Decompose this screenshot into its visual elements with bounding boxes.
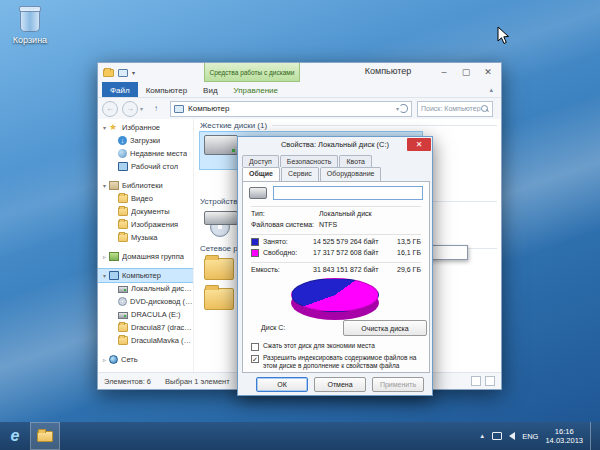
maximize-button[interactable]: ▢	[455, 63, 477, 81]
hidden-icons-chevron-icon[interactable]: ▲	[479, 433, 485, 439]
clock-time: 16:16	[545, 427, 583, 436]
dialog-title: Свойства: Локальный диск (C:)	[238, 140, 432, 149]
cancel-button[interactable]: Отмена	[314, 377, 366, 392]
index-checkbox[interactable]: ✓	[251, 355, 259, 363]
sidebar-item-libraries[interactable]: ▾ Библиотеки	[98, 179, 193, 192]
index-checkbox-row[interactable]: ✓ Разрешить индексировать содержимое фай…	[251, 354, 423, 370]
dvd-icon	[118, 297, 127, 306]
volume-tray-icon[interactable]	[509, 432, 515, 440]
sidebar-item-favorites[interactable]: ▾ ★ Избранное	[98, 121, 193, 134]
free-label: Свободно:	[263, 249, 297, 256]
sidebar-item-dracula-e[interactable]: DRACULA (E:)	[98, 308, 193, 321]
sidebar-item-dracula87-share[interactable]: Dracula87 (dracula-pc)	[98, 321, 193, 334]
ok-button[interactable]: ОК	[256, 377, 308, 392]
minimize-button[interactable]: –	[433, 63, 455, 81]
sidebar-item-dvd-d[interactable]: DVD-дисковод (D:) DRACULA	[98, 295, 193, 308]
forward-button[interactable]: →	[122, 101, 138, 117]
file-explorer-taskbar-icon[interactable]	[30, 422, 60, 450]
expander-icon[interactable]: ▾	[100, 124, 109, 131]
properties-qat-icon[interactable]	[118, 69, 128, 77]
network-tray-icon[interactable]	[492, 432, 502, 440]
documents-icon	[118, 207, 128, 216]
volume-name-input[interactable]	[273, 186, 423, 200]
shared-folder-icon	[204, 258, 234, 280]
sidebar-item-computer[interactable]: ▾ Компьютер	[98, 269, 193, 282]
recycle-bin-label: Корзина	[8, 35, 52, 45]
capacity-bytes: 31 843 151 872 байт	[313, 266, 378, 273]
sidebar-item-pictures[interactable]: Изображения	[98, 218, 193, 231]
sidebar-item-homegroup[interactable]: ▹ Домашняя группа	[98, 250, 193, 263]
sidebar-item-music[interactable]: Музыка	[98, 231, 193, 244]
tab-tools[interactable]: Сервис	[281, 167, 319, 181]
address-bar[interactable]: Компьютер ▾	[170, 101, 412, 117]
expander-icon[interactable]: ▹	[100, 253, 109, 260]
tab-general[interactable]: Общие	[242, 167, 280, 181]
tab-file[interactable]: Файл	[102, 82, 138, 97]
system-menu-icon[interactable]	[103, 69, 114, 77]
sidebar-item-local-disk-c[interactable]: Локальный диск (C:)	[98, 282, 193, 295]
disk-cleanup-button[interactable]: Очистка диска	[343, 320, 427, 336]
dvd-drive-icon	[204, 211, 238, 225]
thumbnails-view-icon[interactable]	[485, 376, 495, 386]
expander-icon[interactable]: ▹	[100, 356, 109, 363]
dialog-close-button[interactable]: ✕	[407, 138, 431, 151]
tab-quota[interactable]: Квота	[339, 155, 371, 167]
recent-places-icon	[118, 149, 127, 158]
hard-drive-icon	[204, 135, 238, 155]
internet-explorer-taskbar-icon[interactable]: e	[0, 422, 30, 450]
properties-dialog: Свойства: Локальный диск (C:) ✕ Доступ Б…	[237, 136, 433, 396]
compress-checkbox-row[interactable]: Сжать этот диск для экономии места	[251, 342, 423, 351]
close-button[interactable]: ✕	[477, 63, 499, 81]
explorer-titlebar: ▾ Средства работы с дисками Компьютер – …	[98, 63, 501, 82]
free-gb: 16,1 ГБ	[397, 249, 421, 256]
tab-security[interactable]: Безопасность	[280, 155, 339, 167]
search-input[interactable]	[421, 105, 481, 112]
mouse-cursor	[497, 26, 510, 45]
sidebar-item-videos[interactable]: Видео	[98, 192, 193, 205]
search-box[interactable]	[417, 101, 493, 117]
taskbar-clock[interactable]: 16:16 14.03.2013	[545, 427, 583, 445]
up-button[interactable]: ↑	[148, 101, 164, 116]
folder-icon	[37, 431, 53, 442]
filesystem-value: NTFS	[319, 221, 337, 228]
show-desktop-button[interactable]	[590, 422, 596, 450]
expander-icon[interactable]: ▾	[100, 182, 109, 189]
sidebar-item-draculamavka-share[interactable]: DraculaMavka (dracula-pc)	[98, 334, 193, 347]
tab-hardware[interactable]: Оборудование	[320, 167, 382, 181]
navigation-pane: ▾ ★ Избранное ↓ Загрузки Недавние места …	[98, 119, 194, 372]
refresh-icon[interactable]	[399, 104, 408, 113]
tab-sharing[interactable]: Доступ	[242, 155, 279, 167]
group-header-hard-disks[interactable]: Жесткие диски (1)	[200, 121, 497, 130]
tab-view[interactable]: Вид	[195, 82, 225, 97]
clock-date: 14.03.2013	[545, 436, 583, 445]
history-dropdown-icon[interactable]: ▾	[140, 105, 143, 112]
apply-button[interactable]: Применить	[372, 377, 424, 392]
system-tray: ▲ ENG 16:16 14.03.2013	[479, 422, 600, 450]
videos-icon	[118, 194, 128, 203]
sidebar-item-documents[interactable]: Документы	[98, 205, 193, 218]
compress-checkbox[interactable]	[251, 343, 259, 351]
expander-icon[interactable]: ▾	[100, 272, 109, 279]
tab-manage[interactable]: Управление	[226, 82, 286, 97]
recycle-bin[interactable]: Корзина	[8, 8, 52, 45]
qat-dropdown-icon[interactable]: ▾	[132, 69, 135, 76]
type-label: Тип:	[251, 210, 265, 217]
computer-icon	[109, 271, 119, 280]
taskbar: e ▲ ENG 16:16 14.03.2013	[0, 422, 600, 450]
tab-computer[interactable]: Компьютер	[138, 82, 195, 97]
breadcrumb[interactable]: Компьютер	[188, 104, 229, 113]
language-indicator[interactable]: ENG	[522, 432, 538, 441]
favorites-icon: ★	[109, 123, 119, 132]
sidebar-item-desktop[interactable]: Рабочий стол	[98, 160, 193, 173]
pictures-icon	[118, 220, 128, 229]
back-button[interactable]: ←	[102, 101, 118, 117]
contextual-tab-header[interactable]: Средства работы с дисками	[204, 63, 300, 82]
ribbon-collapse-icon[interactable]: ▴	[489, 86, 493, 94]
sidebar-item-recent[interactable]: Недавние места	[98, 147, 193, 160]
type-value: Локальный диск	[319, 210, 372, 217]
sidebar-item-downloads[interactable]: ↓ Загрузки	[98, 134, 193, 147]
network-icon	[109, 355, 118, 364]
details-view-icon[interactable]	[471, 376, 481, 386]
sidebar-item-network[interactable]: ▹ Сеть	[98, 353, 193, 366]
dialog-titlebar: Свойства: Локальный диск (C:) ✕	[238, 137, 432, 153]
